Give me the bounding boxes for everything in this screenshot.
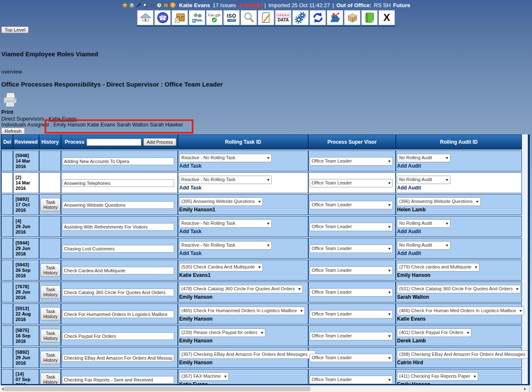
stock-button[interactable] xyxy=(344,10,360,25)
rolling-task-select[interactable]: (478) Check Catalog 360 Circle For Quote… xyxy=(179,285,303,293)
supervisor-select[interactable]: Office Team Leader xyxy=(310,245,393,253)
opera-data-button[interactable]: OPERADATA xyxy=(275,10,291,25)
rolling-task-select[interactable]: Reactive - No Rolling Task xyxy=(179,176,272,184)
rolling-task-select[interactable]: Reactive - No Rolling Task xyxy=(179,241,272,250)
google-button[interactable]: Google xyxy=(206,10,222,25)
supervisor-select[interactable]: Office Team Leader xyxy=(310,201,393,209)
star-icon[interactable] xyxy=(122,2,128,8)
rolling-audit-select[interactable]: (398) Checking EBay And Amazon For Order… xyxy=(397,350,530,359)
rolling-audit-select[interactable]: (466) Check For Human Med Orders In Logi… xyxy=(397,307,524,315)
rolling-audit-select[interactable]: (401) Check Paypal For Orders xyxy=(397,329,471,337)
rolling-task-select[interactable]: (397) Checking EBay And Amazon For Order… xyxy=(179,350,315,359)
process-input[interactable] xyxy=(62,310,174,318)
rolling-task-select[interactable]: (465) Check For Humanmed Orders In Logis… xyxy=(179,307,305,315)
rolling-task-select[interactable]: (239) Please check Paypal for orders xyxy=(179,329,265,337)
manual-button[interactable] xyxy=(361,10,378,25)
print-label[interactable]: Print xyxy=(1,109,13,115)
supervisor-select[interactable]: Office Team Leader xyxy=(310,354,393,362)
home-button[interactable] xyxy=(137,10,154,25)
settings-button[interactable] xyxy=(292,10,309,25)
task-history-button[interactable]: Task History xyxy=(40,263,61,277)
rolling-task-select[interactable]: (367) FAX Machine xyxy=(179,372,229,381)
user-status-icon[interactable] xyxy=(129,3,135,8)
new-process-input[interactable] xyxy=(87,139,141,146)
process-input[interactable] xyxy=(62,201,174,209)
edit-button[interactable] xyxy=(258,10,274,25)
process-input[interactable] xyxy=(62,376,174,384)
process-input[interactable] xyxy=(62,158,174,165)
supervisor-select[interactable]: Office Team Leader xyxy=(310,266,393,275)
rolling-task-select[interactable]: Reactive - No Rolling Task xyxy=(179,154,272,162)
rolling-audit-select[interactable]: (279) Check cardea and Multiquote xyxy=(397,263,479,271)
process-input[interactable] xyxy=(62,354,174,362)
add-task-link[interactable]: Add Task xyxy=(179,229,307,234)
add-task-link[interactable]: Add Task xyxy=(179,250,307,256)
rolling-audit-select[interactable]: No Rolling Audit xyxy=(397,154,450,162)
print-icon[interactable] xyxy=(2,92,18,108)
gears-icon xyxy=(295,12,307,24)
search-icon[interactable] xyxy=(143,3,148,8)
supervisor-select[interactable]: Office Team Leader xyxy=(310,179,393,187)
issues-count[interactable]: 17 Issues xyxy=(212,2,236,8)
supervisor-select[interactable]: Office Team Leader xyxy=(310,332,393,340)
add-process-button[interactable]: Add Process xyxy=(143,138,176,146)
scrollbar-thumb[interactable] xyxy=(4,387,310,391)
rolling-audit-select[interactable]: (531) Check Catalog 360 Circle For Quote… xyxy=(397,285,521,293)
rolling-task-select[interactable]: Reactive - No Rolling Task xyxy=(179,219,272,228)
search-button[interactable] xyxy=(241,10,257,25)
supervisor-select[interactable]: Office Team Leader xyxy=(310,157,393,166)
rolling-audit-select[interactable]: (411) Checking Fax Reports Paper xyxy=(397,372,478,381)
overview-link[interactable]: overview xyxy=(1,69,22,75)
unread-count[interactable]: 4 Unread xyxy=(238,2,262,8)
add-audit-link[interactable]: Add Audit xyxy=(397,229,521,234)
iso-button[interactable]: ISO13485 xyxy=(223,10,240,25)
task-history-button[interactable]: Task History xyxy=(40,373,61,385)
supervisor-select[interactable]: Office Team Leader xyxy=(310,310,393,318)
supervisor-select[interactable]: Office Team Leader xyxy=(310,376,393,384)
add-audit-link[interactable]: Add Audit xyxy=(397,250,521,256)
add-task-link[interactable]: Add Task xyxy=(179,185,307,191)
scroll-left-arrow-icon[interactable] xyxy=(2,387,4,391)
process-input[interactable] xyxy=(62,289,174,296)
clock-icon[interactable] xyxy=(156,3,162,8)
task-history-button[interactable]: Task History xyxy=(40,329,61,342)
dart-icon[interactable] xyxy=(136,3,141,8)
process-input[interactable] xyxy=(62,179,174,187)
phone-button[interactable]: ☎ xyxy=(154,10,171,25)
cloud-icon[interactable] xyxy=(149,3,155,8)
task-history-button[interactable]: Task History xyxy=(40,285,61,299)
archive-button[interactable] xyxy=(172,10,188,25)
supervisor-select[interactable]: Office Team Leader xyxy=(310,223,393,231)
add-audit-link[interactable]: Add Audit xyxy=(397,185,521,191)
contacts-button[interactable]: M xyxy=(189,10,205,25)
add-task-link[interactable]: Add Task xyxy=(179,163,307,169)
process-input[interactable] xyxy=(62,245,174,253)
supervisor-select[interactable]: Office Team Leader xyxy=(310,288,393,297)
close-button[interactable]: X xyxy=(378,10,395,25)
scroll-right-arrow-icon[interactable] xyxy=(524,387,526,391)
rolling-audit-select[interactable]: No Rolling Audit xyxy=(397,241,450,250)
book-icon[interactable] xyxy=(163,3,169,8)
reports-button[interactable] xyxy=(327,10,343,25)
rolling-task-select[interactable]: (395) Answering Website Questions xyxy=(179,197,263,206)
out-of-office-future[interactable]: Future xyxy=(393,2,410,8)
rolling-audit-select[interactable]: No Rolling Audit xyxy=(397,219,450,228)
process-input[interactable] xyxy=(62,223,174,231)
process-input[interactable] xyxy=(62,267,174,274)
rolling-audit-select[interactable]: (396) Answering Website Questions xyxy=(397,197,481,206)
rolling-audit-cell: No Rolling AuditAdd Audit xyxy=(396,172,522,193)
top-level-button[interactable]: Top Level xyxy=(1,26,29,33)
help-icon[interactable]: ? xyxy=(170,2,176,8)
horizontal-scrollbar[interactable] xyxy=(0,386,528,392)
direct-supervisor-link[interactable]: Katie Evans xyxy=(49,116,77,122)
process-input[interactable] xyxy=(62,332,174,340)
refresh-button[interactable] xyxy=(310,10,326,25)
rolling-task-select[interactable]: (530) Check Cardea And Multiquote xyxy=(179,263,263,271)
reviewed-cell: [14]07 Sep 2016 xyxy=(13,369,39,385)
task-history-button[interactable]: Task History xyxy=(40,351,61,364)
task-history-button[interactable]: Task History xyxy=(40,198,61,211)
refresh-page-button[interactable]: Refresh xyxy=(1,128,25,134)
add-audit-link[interactable]: Add Audit xyxy=(397,163,521,169)
task-history-button[interactable]: Task History xyxy=(40,307,61,321)
rolling-audit-select[interactable]: No Rolling Audit xyxy=(397,176,450,184)
